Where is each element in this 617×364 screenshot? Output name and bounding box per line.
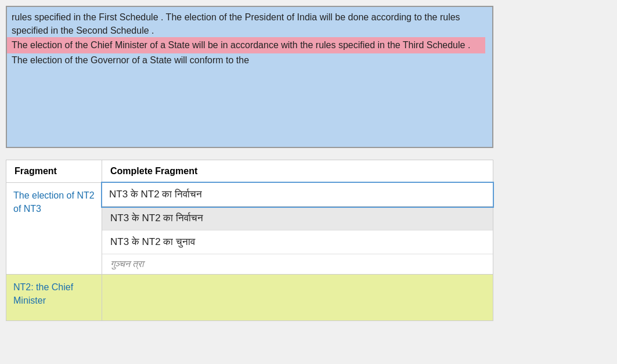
- fragment-label-2: NT2: the Chief Minister: [13, 282, 73, 305]
- dropdown-option-3[interactable]: गुञ्चन त्रा: [102, 254, 493, 274]
- highlighted-text: The election of the Chief Minister of a …: [7, 37, 485, 53]
- complete-fragment-cell-2: [102, 275, 493, 321]
- col-fragment-header: Fragment: [6, 160, 102, 183]
- text-content[interactable]: rules specified in the First Schedule . …: [7, 7, 492, 147]
- dropdown-options: NT3 के NT2 का निर्वाचन NT3 के NT2 का चुन…: [102, 207, 493, 274]
- table-row: The election of NT2 of NT3 NT3 के NT2 का…: [6, 183, 493, 275]
- fragment-cell-2: NT2: the Chief Minister: [6, 275, 102, 321]
- complete-fragment-cell-1: NT3 के NT2 का निर्वाचन NT3 के NT2 का चुन…: [102, 183, 493, 275]
- table-row: NT2: the Chief Minister: [6, 275, 493, 321]
- input-dropdown-wrapper: NT3 के NT2 का निर्वाचन NT3 के NT2 का चुन…: [102, 183, 493, 274]
- fragment-label-1: The election of NT2 of NT3: [13, 190, 95, 214]
- dropdown-option-1[interactable]: NT3 के NT2 का निर्वाचन: [102, 207, 493, 230]
- table-header-row: Fragment Complete Fragment: [6, 160, 493, 183]
- text-display-area: rules specified in the First Schedule . …: [6, 6, 493, 148]
- fragment-input[interactable]: [102, 183, 493, 207]
- text-line-1: rules specified in the First Schedule . …: [12, 12, 460, 35]
- fragment-cell-1: The election of NT2 of NT3: [6, 183, 102, 275]
- fragment-table: Fragment Complete Fragment The election …: [6, 160, 493, 321]
- text-line-last: The election of the Governor of a State …: [12, 55, 249, 65]
- col-complete-fragment-header: Complete Fragment: [102, 160, 493, 183]
- dropdown-option-2[interactable]: NT3 के NT2 का चुनाव: [102, 230, 493, 254]
